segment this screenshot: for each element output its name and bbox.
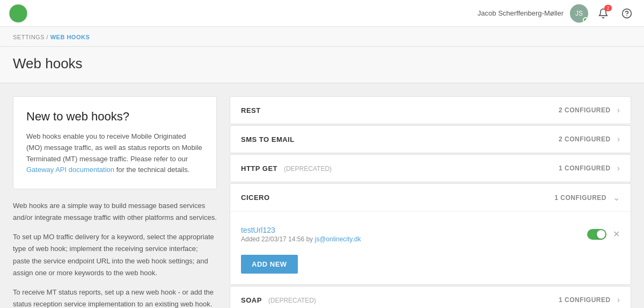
intro-card: New to web hooks? Web hooks enable you t… bbox=[13, 96, 217, 189]
breadcrumb-current: WEB HOOKS bbox=[50, 34, 90, 40]
webhook-section-http-get: HTTP GET (DEPRECATED) 1 CONFIGURED › bbox=[230, 154, 631, 182]
soap-chevron: › bbox=[617, 295, 620, 305]
intro-body: Web hooks enable you to receive Mobile O… bbox=[26, 131, 203, 176]
username-label: Jacob Scherffenberg-Møller bbox=[478, 9, 564, 17]
webhook-title-http-get: HTTP GET bbox=[241, 164, 277, 173]
support-button[interactable] bbox=[618, 5, 635, 22]
breadcrumb-bar: SETTINGS / WEB HOOKS bbox=[0, 27, 644, 47]
add-new-button[interactable]: ADD NEW bbox=[241, 255, 298, 274]
cicero-chevron: ⌄ bbox=[613, 192, 620, 203]
page-title-bar: Web hooks bbox=[0, 47, 644, 83]
online-status-dot bbox=[583, 17, 588, 23]
webhook-toggle[interactable] bbox=[587, 229, 606, 240]
main-content: New to web hooks? Web hooks enable you t… bbox=[0, 83, 644, 308]
cicero-body: testUrl123 Added 22/03/17 14:56 by js@on… bbox=[230, 211, 631, 284]
notifications-button[interactable]: 2 bbox=[595, 5, 612, 22]
gateway-api-link[interactable]: Gateway API documentation bbox=[26, 166, 114, 174]
webhook-header-http-get[interactable]: HTTP GET (DEPRECATED) 1 CONFIGURED › bbox=[230, 155, 631, 182]
info-para-3: To receive MT status reports, set up a n… bbox=[13, 286, 217, 308]
item-url[interactable]: testUrl123 bbox=[241, 226, 275, 234]
item-author[interactable]: js@onlinecity.dk bbox=[314, 235, 361, 243]
svg-point-1 bbox=[11, 6, 26, 21]
item-meta-prefix: Added 22/03/17 14:56 by bbox=[241, 235, 313, 243]
intro-body-suffix: for the technical details. bbox=[116, 166, 190, 174]
intro-body-text: Web hooks enable you to receive Mobile O… bbox=[26, 132, 202, 163]
http-get-deprecated: (DEPRECATED) bbox=[284, 165, 332, 173]
page-title: Web hooks bbox=[13, 55, 631, 72]
webhook-item: testUrl123 Added 22/03/17 14:56 by js@on… bbox=[241, 220, 620, 248]
http-get-configured: 1 CONFIGURED bbox=[559, 164, 611, 172]
sms-to-email-chevron: › bbox=[617, 134, 620, 144]
item-meta: Added 22/03/17 14:56 by js@onlinecity.dk bbox=[241, 235, 361, 243]
webhook-title-cicero: CICERO bbox=[241, 194, 270, 202]
webhook-section-sms-to-email: SMS TO EMAIL 2 CONFIGURED › bbox=[230, 125, 631, 153]
info-text-section: Web hooks are a simple way to build mess… bbox=[13, 200, 217, 308]
notification-badge: 2 bbox=[604, 5, 612, 11]
avatar: JS bbox=[570, 4, 588, 23]
rest-chevron: › bbox=[617, 105, 620, 115]
intro-heading: New to web hooks? bbox=[26, 110, 203, 124]
webhook-header-rest[interactable]: REST 2 CONFIGURED › bbox=[230, 97, 631, 124]
webhook-section-soap: SOAP (DEPRECATED) 1 CONFIGURED › bbox=[230, 286, 631, 308]
left-panel: New to web hooks? Web hooks enable you t… bbox=[13, 96, 217, 308]
app-header: Jacob Scherffenberg-Møller JS 2 bbox=[0, 0, 644, 27]
webhook-header-sms-to-email[interactable]: SMS TO EMAIL 2 CONFIGURED › bbox=[230, 126, 631, 153]
info-para-1: Web hooks are a simple way to build mess… bbox=[13, 200, 217, 224]
webhook-header-soap[interactable]: SOAP (DEPRECATED) 1 CONFIGURED › bbox=[230, 286, 631, 308]
cicero-configured: 1 CONFIGURED bbox=[554, 194, 606, 202]
breadcrumb: SETTINGS / WEB HOOKS bbox=[13, 34, 90, 40]
http-get-chevron: › bbox=[617, 163, 620, 173]
webhook-section-cicero: CICERO 1 CONFIGURED ⌄ testUrl123 Added 2… bbox=[230, 183, 631, 285]
sms-to-email-configured: 2 CONFIGURED bbox=[559, 135, 611, 143]
webhook-item-info: testUrl123 Added 22/03/17 14:56 by js@on… bbox=[241, 226, 361, 243]
webhook-title-rest: REST bbox=[241, 106, 261, 114]
soap-deprecated: (DEPRECATED) bbox=[268, 297, 316, 304]
info-para-2: To set up MO traffic delivery for a keyw… bbox=[13, 231, 217, 278]
right-panel: REST 2 CONFIGURED › SMS TO EMAIL 2 CONFI… bbox=[230, 96, 631, 308]
webhook-title-sms-to-email: SMS TO EMAIL bbox=[241, 135, 295, 144]
webhook-title-soap: SOAP bbox=[241, 296, 262, 304]
webhook-item-controls: ✕ bbox=[587, 229, 620, 240]
app-logo bbox=[9, 4, 28, 23]
breadcrumb-settings[interactable]: SETTINGS bbox=[13, 34, 45, 40]
webhook-header-cicero[interactable]: CICERO 1 CONFIGURED ⌄ bbox=[230, 184, 631, 211]
delete-button[interactable]: ✕ bbox=[613, 230, 620, 239]
rest-configured: 2 CONFIGURED bbox=[559, 106, 611, 114]
header-right: Jacob Scherffenberg-Møller JS 2 bbox=[478, 4, 635, 23]
webhook-section-rest: REST 2 CONFIGURED › bbox=[230, 96, 631, 124]
soap-configured: 1 CONFIGURED bbox=[559, 296, 611, 304]
